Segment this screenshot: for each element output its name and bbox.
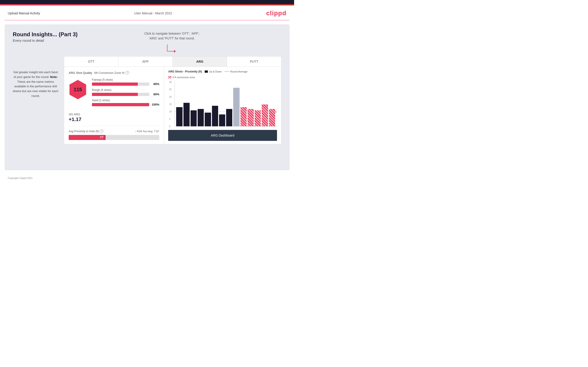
hexagon: 115 bbox=[69, 80, 87, 100]
card-right: ARG Shots - Proximity (ft) Up & Down Rou… bbox=[164, 67, 281, 144]
tab-app[interactable]: APP bbox=[118, 57, 173, 67]
hex-value: 115 bbox=[74, 87, 82, 92]
chart-bar bbox=[212, 106, 218, 126]
legend-up-down: Up & Down bbox=[205, 70, 222, 73]
chart-bar bbox=[205, 113, 211, 126]
chart-header: ARG Shots - Proximity (ft) Up & Down Rou… bbox=[168, 70, 277, 79]
proximity-help-icon[interactable]: ? bbox=[100, 129, 103, 133]
header-center-label: User Manual - March 2022 bbox=[134, 11, 172, 15]
logo: clippd bbox=[266, 9, 286, 17]
nav-arrow-icon bbox=[165, 42, 179, 56]
chart-bar bbox=[226, 109, 232, 126]
nav-hint: Click to navigate between 'OTT', 'APP', … bbox=[144, 31, 199, 56]
main-content: Round Insights... (Part 3) Every round i… bbox=[5, 24, 290, 170]
legend-round-avg: Round Average bbox=[225, 70, 248, 73]
chart-bar-hatch bbox=[255, 110, 261, 126]
hex-container: 115 Fairway (5 shots) 80% bbox=[69, 78, 159, 109]
proximity-bar: 77' bbox=[69, 135, 159, 140]
y-axis: 0 5 10 15 20 25 30 bbox=[169, 81, 172, 128]
six-ft-label: 6ft Conversion Zone % ? bbox=[95, 71, 129, 75]
card-left: ARG Shot Quality 6ft Conversion Zone % ?… bbox=[64, 67, 164, 144]
chart-bar bbox=[190, 110, 197, 126]
header: Upload Manual Activity User Manual - Mar… bbox=[0, 6, 294, 20]
copyright: Copyright Clippd 2021 bbox=[8, 177, 33, 179]
left-description: Get greater insight into each facet of y… bbox=[13, 70, 58, 99]
pga-avg: ↑ PGA Tour Avg: 7'10" bbox=[135, 130, 159, 133]
bar-item-sand: Sand (1 shots) 100% bbox=[92, 99, 159, 106]
chart-bar bbox=[183, 103, 190, 126]
chart-bars bbox=[175, 81, 277, 126]
upload-manual-activity-link[interactable]: Upload Manual Activity bbox=[8, 11, 40, 15]
chart-bar-hatch bbox=[241, 107, 247, 126]
top-bar bbox=[0, 0, 294, 4]
tab-ott[interactable]: OTT bbox=[64, 57, 118, 67]
proximity-label: Avg Proximity to Hole (ft) ? bbox=[69, 129, 103, 133]
quality-header: ARG Shot Quality 6ft Conversion Zone % ? bbox=[69, 71, 159, 75]
legend-6ft-zone: 6 ft conversion zone bbox=[168, 76, 195, 79]
main-card: OTT APP ARG PUTT ARG Shot Quality 6ft Co… bbox=[64, 56, 281, 144]
tabs: OTT APP ARG PUTT bbox=[64, 57, 281, 67]
sg-section: SG ARG +1.17 bbox=[69, 113, 159, 122]
chart-bar bbox=[176, 107, 182, 126]
card-body: ARG Shot Quality 6ft Conversion Zone % ?… bbox=[64, 67, 281, 144]
tab-putt[interactable]: PUTT bbox=[227, 57, 281, 67]
chart-bar-hatch bbox=[269, 109, 275, 126]
arg-dashboard-button[interactable]: ARG Dashboard bbox=[168, 130, 277, 141]
chart-bar-hatch bbox=[248, 109, 254, 126]
chart-bar-hatch bbox=[262, 104, 268, 126]
chart-bar bbox=[198, 109, 204, 126]
footer: Copyright Clippd 2021 bbox=[0, 174, 294, 182]
bar-item-fairway: Fairway (5 shots) 80% bbox=[92, 78, 159, 86]
tab-arg[interactable]: ARG bbox=[173, 57, 227, 67]
proximity-section: Avg Proximity to Hole (ft) ? ↑ PGA Tour … bbox=[69, 126, 159, 140]
help-icon[interactable]: ? bbox=[125, 71, 129, 75]
bar-items: Fairway (5 shots) 80% Rough (5 shots) bbox=[92, 78, 159, 109]
bar-item-rough: Rough (5 shots) 80% bbox=[92, 88, 159, 96]
chart-bar bbox=[219, 114, 225, 126]
quality-label: ARG Shot Quality bbox=[69, 71, 92, 75]
chart-bar-highlight bbox=[233, 88, 239, 126]
svg-marker-2 bbox=[174, 50, 176, 53]
